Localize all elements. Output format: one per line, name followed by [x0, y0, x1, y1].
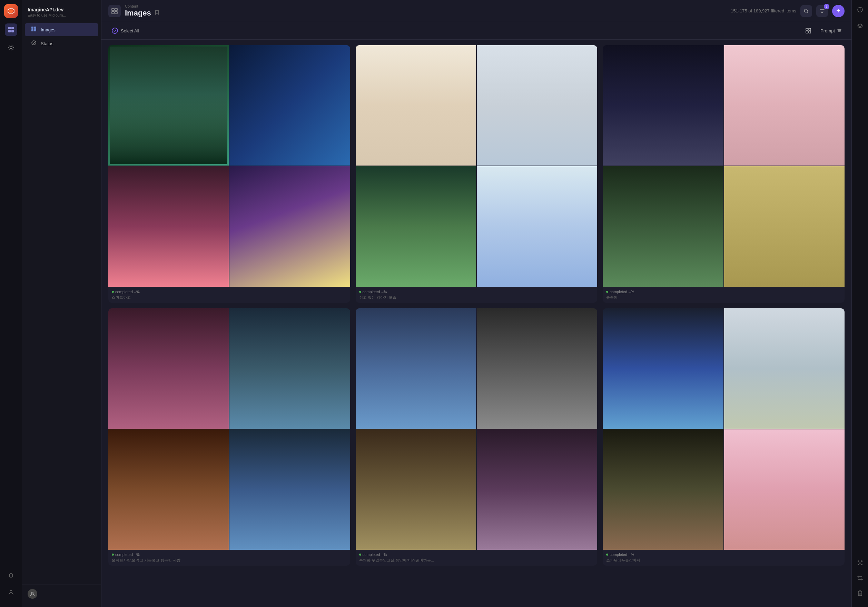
image-card-2[interactable]: completed –% 쉬고 있는 강아지 모습	[356, 45, 598, 303]
mosaic-cell-2-3	[356, 166, 476, 286]
svg-rect-22	[809, 31, 811, 33]
filter-badge: 1	[824, 4, 829, 9]
right-panel-layers-icon[interactable]	[854, 21, 866, 32]
nav-bell-icon[interactable]	[5, 570, 17, 582]
sidebar-status-label: Status	[41, 41, 53, 46]
card-6-info: completed –% 쇼파위에푸들강아지	[603, 550, 845, 565]
mosaic-cell-6-3	[603, 429, 723, 550]
mosaic-cell-3-2	[724, 45, 845, 166]
card-4-status: completed –%	[112, 553, 347, 557]
select-all-label: Select All	[121, 28, 139, 34]
mosaic-cell-3-3	[603, 166, 723, 286]
sidebar-app-name: ImagineAPI.dev	[28, 7, 96, 12]
mosaic-cell-1-2	[229, 45, 350, 166]
mosaic-cell-5-3	[356, 429, 476, 550]
sidebar-header: ImagineAPI.dev Easy to use Midjourn...	[22, 4, 101, 23]
mosaic-cell-4-4	[229, 429, 350, 550]
sidebar-images-label: Images	[41, 27, 56, 33]
sidebar-item-status[interactable]: Status	[25, 37, 98, 50]
main-content: Content Images 151-175 of 189,927 filter…	[101, 0, 851, 607]
status-dot-6	[606, 554, 608, 556]
svg-rect-4	[8, 30, 11, 33]
right-panel-bottom	[854, 557, 866, 603]
select-all-button[interactable]: Select All	[108, 26, 143, 36]
search-button[interactable]	[800, 5, 812, 17]
images-icon	[30, 26, 37, 33]
svg-point-24	[860, 8, 860, 9]
status-dot-1	[112, 291, 114, 293]
nav-settings-icon[interactable]	[5, 42, 17, 54]
status-dot-4	[112, 554, 114, 556]
card-6-status: completed –%	[606, 553, 841, 557]
svg-rect-2	[8, 27, 11, 29]
mosaic-cell-4-3	[108, 429, 229, 550]
mosaic-cell-1-4	[229, 166, 350, 286]
header: Content Images 151-175 of 189,927 filter…	[101, 0, 851, 22]
breadcrumb: Content	[125, 4, 160, 8]
card-2-prompt: 쉬고 있는 강아지 모습	[359, 295, 594, 300]
card-5-prompt: 수채화,수업중인교실,중앙에"미래준비하는...	[359, 558, 594, 563]
add-button[interactable]: +	[832, 5, 845, 17]
mosaic-cell-6-1	[603, 308, 723, 429]
svg-rect-8	[31, 26, 34, 29]
image-mosaic-1	[108, 45, 350, 287]
status-dot-2	[359, 291, 361, 293]
card-4-info: completed –% 술취한사람,술먹고 기분좋고 행복한 사람	[108, 550, 350, 565]
mosaic-cell-5-1	[356, 308, 476, 429]
svg-point-7	[10, 590, 12, 593]
card-5-info: completed –% 수채화,수업중인교실,중앙에"미래준비하는...	[356, 550, 598, 565]
image-mosaic-2	[356, 45, 598, 287]
filter-button[interactable]: 1	[816, 5, 828, 17]
svg-rect-16	[112, 11, 114, 14]
card-1-prompt: 스마트하고	[112, 295, 347, 300]
image-grid-container: completed –% 스마트하고	[101, 40, 851, 607]
svg-rect-9	[34, 26, 36, 29]
mosaic-cell-4-2	[229, 308, 350, 429]
nav-images-icon[interactable]	[5, 23, 17, 36]
prompt-sort-button[interactable]: Prompt	[818, 27, 845, 35]
image-card-3[interactable]: completed –% 숲속의	[603, 45, 845, 303]
right-panel-resize-icon[interactable]	[854, 557, 866, 568]
status-dot-5	[359, 554, 361, 556]
header-content-icon	[108, 5, 121, 17]
image-card-1[interactable]: completed –% 스마트하고	[108, 45, 350, 303]
sidebar-app-subtitle: Easy to use Midjourn...	[28, 13, 96, 17]
svg-rect-20	[809, 28, 811, 30]
image-card-5[interactable]: completed –% 수채화,수업중인교실,중앙에"미래준비하는...	[356, 308, 598, 566]
card-6-prompt: 쇼파위에푸들강아지	[606, 558, 841, 563]
svg-rect-11	[34, 29, 36, 31]
svg-rect-14	[112, 8, 114, 11]
card-3-prompt: 숲속의	[606, 295, 841, 300]
right-panel-swap-icon[interactable]	[854, 573, 866, 584]
grid-view-button[interactable]	[803, 26, 814, 36]
bookmark-icon[interactable]	[155, 10, 160, 16]
user-avatar[interactable]	[28, 589, 37, 599]
svg-rect-21	[806, 31, 808, 33]
right-panel	[851, 0, 868, 607]
icon-bar	[0, 0, 22, 607]
mosaic-cell-6-2	[724, 308, 845, 429]
image-mosaic-5	[356, 308, 598, 550]
mosaic-cell-3-4	[724, 166, 845, 286]
status-icon	[30, 40, 37, 47]
mosaic-cell-5-2	[477, 308, 597, 429]
right-panel-clipboard-icon[interactable]	[854, 588, 866, 599]
image-mosaic-6	[603, 308, 845, 550]
svg-marker-1	[9, 9, 13, 13]
view-toggle	[803, 26, 814, 36]
status-dot-3	[606, 291, 608, 293]
svg-point-6	[10, 46, 12, 49]
image-mosaic-4	[108, 308, 350, 550]
nav-user-icon[interactable]	[5, 586, 17, 599]
sidebar-item-images[interactable]: Images	[25, 23, 98, 36]
right-panel-info-icon[interactable]	[854, 4, 866, 15]
image-card-4[interactable]: completed –% 술취한사람,술먹고 기분좋고 행복한 사람	[108, 308, 350, 566]
item-count: 151-175 of 189,927 filtered items	[731, 8, 796, 14]
card-5-status: completed –%	[359, 553, 594, 557]
app-logo[interactable]	[4, 4, 18, 18]
image-card-6[interactable]: completed –% 쇼파위에푸들강아지	[603, 308, 845, 566]
card-2-status: completed –%	[359, 290, 594, 294]
prompt-sort-label: Prompt	[820, 28, 835, 34]
mosaic-cell-3-1	[603, 45, 723, 166]
check-circle-icon	[112, 28, 118, 34]
